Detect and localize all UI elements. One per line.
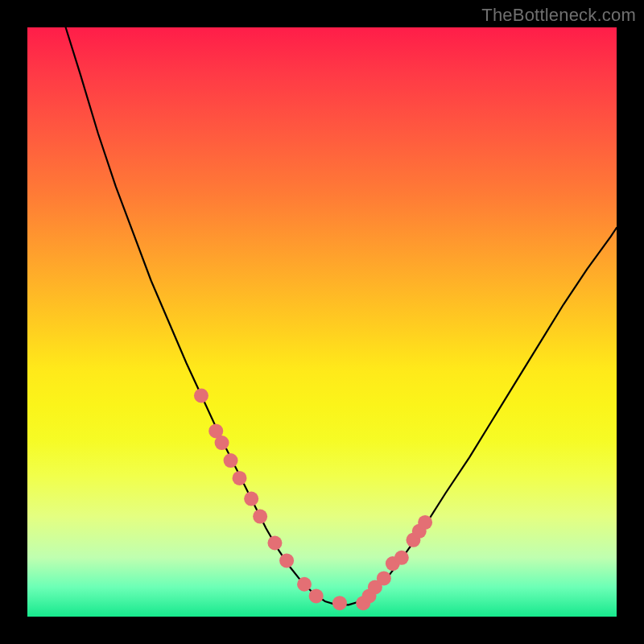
- highlight-markers: [194, 389, 432, 611]
- marker-dot: [244, 492, 258, 506]
- marker-dot: [233, 471, 247, 485]
- marker-dot: [224, 453, 238, 468]
- plot-area: [27, 27, 617, 617]
- marker-dot: [332, 596, 347, 610]
- marker-dot: [194, 389, 208, 403]
- outer-frame: TheBottleneck.com: [0, 0, 644, 644]
- marker-dot: [418, 515, 432, 530]
- marker-dot: [377, 571, 391, 585]
- watermark-text: TheBottleneck.com: [481, 5, 636, 26]
- marker-dot: [394, 551, 409, 565]
- marker-dot: [267, 536, 282, 551]
- marker-dot: [253, 510, 267, 524]
- marker-dot: [309, 588, 324, 603]
- bottleneck-curve: [66, 27, 617, 605]
- marker-dot: [297, 577, 312, 592]
- curve-layer: [27, 27, 617, 617]
- marker-dot: [215, 436, 229, 450]
- marker-dot: [279, 553, 294, 568]
